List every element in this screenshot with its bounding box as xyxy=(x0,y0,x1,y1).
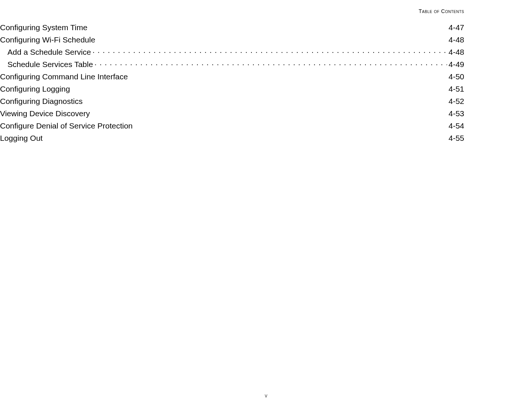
toc-leader xyxy=(89,21,447,30)
header-label: Table of Contents xyxy=(419,8,464,14)
toc-title: Configure Denial of Service Protection xyxy=(0,121,133,130)
toc-leader xyxy=(134,119,447,129)
toc-entry: Configuring Wi-Fi Schedule 4-48 xyxy=(0,33,464,45)
toc-entry-sub: Add a Schedule Service 4-48 xyxy=(0,45,464,58)
toc-entry: Viewing Device Discovery 4-53 xyxy=(0,107,464,119)
toc-leader xyxy=(84,95,447,104)
toc-title: Viewing Device Discovery xyxy=(0,109,90,118)
toc-page: 4-53 xyxy=(449,109,464,118)
toc-title: Logging Out xyxy=(0,134,42,143)
toc-title: Schedule Services Table xyxy=(7,60,93,69)
toc-leader xyxy=(44,131,447,141)
toc-title: Configuring Diagnostics xyxy=(0,97,83,106)
toc-page: 4-51 xyxy=(449,85,464,93)
toc-leader xyxy=(72,82,447,92)
toc-entry: Configuring System Time 4-47 xyxy=(0,21,464,33)
toc-leader xyxy=(97,33,447,42)
toc-page: 4-50 xyxy=(449,72,464,81)
toc-title: Configuring Wi-Fi Schedule xyxy=(0,35,95,44)
toc-leader xyxy=(129,70,447,79)
toc-page: 4-49 xyxy=(449,60,464,69)
toc-entry: Configuring Logging 4-51 xyxy=(0,82,464,95)
page-number: v xyxy=(265,393,267,399)
toc-page: 4-48 xyxy=(449,48,464,57)
toc-page: 4-47 xyxy=(449,23,464,32)
toc-leader xyxy=(92,45,447,55)
toc-title: Configuring Command Line Interface xyxy=(0,72,128,81)
toc-page: 4-54 xyxy=(449,121,464,130)
toc-entry: Configuring Diagnostics 4-52 xyxy=(0,95,464,107)
toc-page: 4-55 xyxy=(449,134,464,143)
toc-page: 4-48 xyxy=(449,35,464,44)
toc-entry-sub: Schedule Services Table 4-49 xyxy=(0,58,464,70)
toc-title: Configuring System Time xyxy=(0,23,88,32)
toc-page: 4-52 xyxy=(449,97,464,106)
toc-leader xyxy=(95,58,447,67)
toc-entry: Logging Out 4-55 xyxy=(0,131,464,144)
toc-leader xyxy=(91,107,447,116)
toc-title: Configuring Logging xyxy=(0,85,70,93)
toc-container: Configuring System Time 4-47 Configuring… xyxy=(0,21,464,144)
toc-title: Add a Schedule Service xyxy=(7,48,91,57)
toc-entry: Configure Denial of Service Protection 4… xyxy=(0,119,464,131)
toc-entry: Configuring Command Line Interface 4-50 xyxy=(0,70,464,82)
